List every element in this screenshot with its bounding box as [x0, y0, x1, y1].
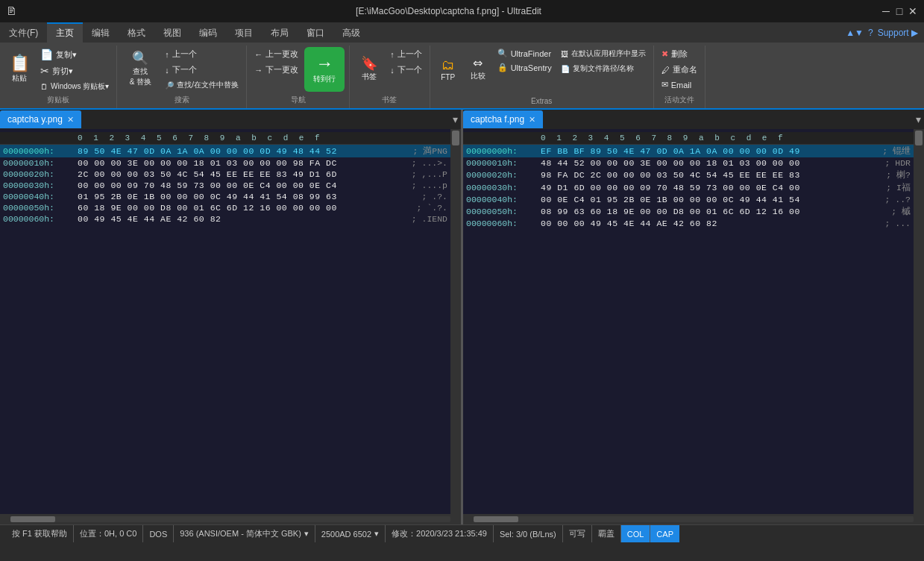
right-arrow-icon: →: [254, 66, 263, 75]
tab-edit[interactable]: 编辑: [83, 22, 119, 43]
tab-layout[interactable]: 布局: [262, 22, 298, 43]
close-button[interactable]: ✕: [908, 6, 918, 16]
files-icon: 🔎: [165, 81, 174, 90]
goto-button[interactable]: → 转到行: [304, 47, 345, 92]
ftp-button[interactable]: 🗂 FTP: [435, 47, 462, 92]
paste-icon: 📋: [10, 55, 30, 72]
hex-column-header: 0 1 2 3 4 5 6 7 8 9 a b c d e f: [0, 132, 450, 145]
tab-project[interactable]: 项目: [226, 22, 262, 43]
address-dropdown-icon: ▾: [374, 529, 379, 539]
clipboard-label: Windows 剪贴板▾: [51, 81, 109, 92]
prev-change-button[interactable]: ← 上一更改: [251, 47, 301, 61]
status-bar: 按 F1 获取帮助 位置：0H, 0 C0 DOS 936 (ANSI/OEM …: [0, 524, 924, 542]
ftp-label: FTP: [441, 73, 455, 81]
ribbon-group-search: 🔍 查找& 替换 ↑ 上一个 ↓ 下一个 🔎 查找/在文件中替换 搜索: [117, 46, 247, 108]
table-row: 00000020h: 98 FA DC 2C 00 00 00 03 50 4C…: [463, 169, 914, 181]
search-group-label: 搜索: [175, 95, 189, 107]
table-row: 00000050h: 60 18 9E 00 00 D8 00 01 6C 6D…: [0, 202, 450, 213]
status-writable[interactable]: 可写: [563, 525, 592, 542]
status-overwrite[interactable]: 覇盖: [592, 525, 621, 542]
left-tab-bar: captcha y.png ✕ ▾: [0, 110, 461, 129]
right-file-tab[interactable]: captcha f.png ✕: [463, 110, 543, 128]
left-scrollbar-h[interactable]: [0, 514, 461, 524]
tab-view[interactable]: 视图: [154, 22, 190, 43]
prev-bookmark-button[interactable]: ↑ 上一个: [387, 47, 425, 61]
tab-home[interactable]: 主页: [47, 22, 83, 43]
goto-label: 转到行: [313, 74, 336, 84]
window-title: [E:\iMacGoo\Desktop\captcha f.png] - Ult…: [16, 6, 881, 16]
status-position: 位置：0H, 0 C0: [74, 525, 143, 542]
copy-path-icon: 📄: [561, 65, 570, 73]
cut-icon: ✂: [40, 65, 49, 77]
support-link[interactable]: Support ▶: [878, 28, 918, 38]
table-row: 00000040h: 01 95 2B 0E 1B 00 00 00 0C 49…: [0, 191, 450, 202]
next-bookmark-button[interactable]: ↓ 下一个: [387, 63, 425, 77]
ftp-icon: 🗂: [441, 58, 455, 72]
left-file-tab[interactable]: captcha y.png ✕: [0, 110, 81, 128]
right-scrollbar-v[interactable]: [914, 129, 924, 514]
tab-file[interactable]: 文件(F): [0, 22, 47, 43]
bookmarks-group-label: 书签: [382, 95, 397, 107]
paste-button[interactable]: 📋 粘贴: [4, 47, 34, 92]
ultrasentry-icon: 🔒: [497, 63, 508, 72]
copy-path-button[interactable]: 📄 复制文件路径/名称: [558, 62, 649, 75]
tab-encode[interactable]: 编码: [190, 22, 226, 43]
find-replace-button[interactable]: 🔍 查找& 替换: [122, 47, 159, 92]
active-file-group-label: 活动文件: [664, 95, 694, 107]
table-row: 00000050h: 08 99 63 60 18 9E 00 00 D8 00…: [463, 205, 914, 218]
minimize-button[interactable]: ─: [881, 6, 891, 16]
up-arrow-icon: ↑: [165, 50, 169, 59]
editor-area: captcha y.png ✕ ▾ 0 1 2 3 4 5 6 7 8 9 a …: [0, 110, 924, 524]
delete-button[interactable]: ✖ 删除: [659, 47, 700, 61]
ultrasentry-button[interactable]: 🔒 UltraSentry: [494, 61, 555, 74]
left-tab-label: captcha y.png: [7, 114, 63, 125]
rename-button[interactable]: 🖊 重命名: [659, 63, 700, 77]
table-row: 00000060h: 00 00 00 49 45 4E 44 AE 42 60…: [463, 218, 914, 229]
clipboard-button[interactable]: 🗒 Windows 剪贴板▾: [37, 80, 112, 93]
open-in-app-button[interactable]: 🖼 在默认应用程序中显示: [558, 47, 649, 60]
nav-group-label: 导航: [291, 95, 306, 107]
next-change-button[interactable]: → 下一更改: [251, 63, 301, 77]
right-pane-scroll-right[interactable]: ▾: [913, 113, 924, 125]
codepage-dropdown-icon: ▾: [304, 529, 309, 539]
right-tab-close[interactable]: ✕: [529, 115, 535, 125]
search-next-button[interactable]: ↓ 下一个: [162, 63, 242, 77]
left-pane-body: 0 1 2 3 4 5 6 7 8 9 a b c d e f 00000000…: [0, 129, 461, 514]
table-row: 00000000h: EF BB BF 89 50 4E 47 0D 0A 1A…: [463, 145, 914, 157]
compare-button[interactable]: ⇔ 比较: [465, 47, 491, 92]
goto-icon: →: [315, 54, 333, 72]
right-scrollbar-h[interactable]: [463, 514, 924, 524]
cut-button[interactable]: ✂ 剪切▾: [37, 63, 112, 78]
status-col[interactable]: COL: [621, 525, 651, 542]
table-row: 00000010h: 00 00 00 3E 00 00 00 18 01 03…: [0, 157, 450, 169]
ribbon: 📋 粘贴 📄 复制▾ ✂ 剪切▾ 🗒 Windows 剪贴板▾ 剪贴板: [0, 43, 924, 110]
status-codepage[interactable]: 936 (ANSI/OEM - 简体中文 GBK) ▾: [174, 525, 315, 542]
bookmark-icon: 🔖: [361, 57, 377, 70]
ultrafinder-icon: 🔍: [497, 48, 508, 58]
left-scrollbar-v[interactable]: [450, 129, 461, 514]
find-in-files-button[interactable]: 🔎 查找/在文件中替换: [162, 78, 242, 92]
table-row: 00000020h: 2C 00 00 00 03 50 4C 54 45 EE…: [0, 169, 450, 180]
ribbon-group-bookmarks: 🔖 书签 ↑ 上一个 ↓ 下一个 书签: [350, 46, 430, 108]
email-button[interactable]: ✉ Email: [659, 78, 700, 91]
delete-icon: ✖: [661, 49, 668, 59]
status-modified: 修改：2020/3/23 21:35:49: [386, 525, 494, 542]
bookmark-button[interactable]: 🔖 书签: [354, 47, 384, 92]
ribbon-tabs: 文件(F) 主页 编辑 格式 视图 编码 项目 布局 窗口 高级 ▲▼ ? Su…: [0, 22, 924, 43]
search-prev-button[interactable]: ↑ 上一个: [162, 47, 242, 61]
status-address[interactable]: 2500AD 6502 ▾: [315, 525, 386, 542]
status-cap[interactable]: CAP: [650, 525, 679, 542]
tab-advanced[interactable]: 高级: [333, 22, 369, 43]
status-selection: Sel: 3/0 (B/Lns): [494, 525, 563, 542]
ultrafinder-button[interactable]: 🔍 UltraFinder: [494, 47, 555, 60]
copy-button[interactable]: 📄 复制▾: [37, 47, 112, 62]
right-tab-bar: captcha f.png ✕ ▾: [463, 110, 924, 129]
question-icon[interactable]: ?: [868, 28, 873, 38]
maximize-button[interactable]: □: [894, 6, 905, 16]
left-pane-scroll-right[interactable]: ▾: [450, 113, 461, 125]
tab-window[interactable]: 窗口: [298, 22, 333, 43]
find-label: 查找& 替换: [130, 66, 151, 87]
left-tab-close[interactable]: ✕: [67, 115, 74, 125]
tab-format[interactable]: 格式: [119, 22, 154, 43]
window-controls[interactable]: ─ □ ✕: [881, 6, 918, 16]
